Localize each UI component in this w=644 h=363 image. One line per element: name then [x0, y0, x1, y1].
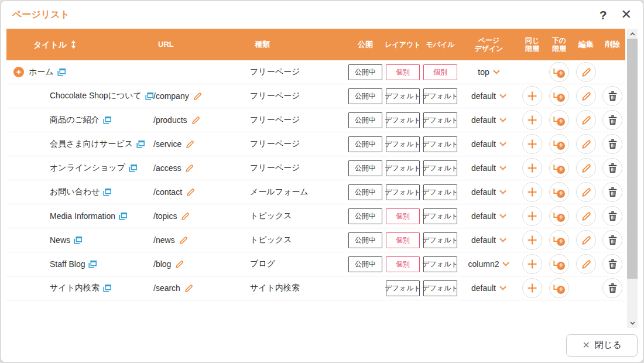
url-edit-pencil-icon[interactable]	[191, 116, 200, 125]
preview-window-icon[interactable]	[74, 237, 82, 244]
publish-status-button[interactable]: 公開中	[348, 160, 382, 176]
publish-status-button[interactable]: 公開中	[348, 64, 382, 80]
help-icon[interactable]: ?	[600, 9, 607, 21]
publish-status-button[interactable]: 公開中	[348, 136, 382, 152]
layout-status-button[interactable]: デフォルト	[386, 136, 420, 152]
url-edit-pencil-icon[interactable]	[193, 92, 202, 101]
delete-button[interactable]	[602, 206, 622, 226]
delete-button[interactable]	[602, 86, 622, 106]
layout-status-button[interactable]: 個別	[386, 256, 420, 272]
add-below-level-button[interactable]: L+	[549, 62, 569, 82]
mobile-status-button[interactable]: 個別	[423, 64, 457, 80]
mobile-status-button[interactable]: デフォルト	[423, 184, 457, 200]
publish-status-button[interactable]: 公開中	[348, 184, 382, 200]
preview-window-icon[interactable]	[57, 69, 66, 76]
edit-button[interactable]	[576, 134, 596, 154]
publish-status-button[interactable]: 公開中	[348, 232, 382, 248]
delete-button[interactable]	[602, 278, 622, 298]
page-design-dropdown[interactable]: default	[471, 235, 506, 245]
page-design-dropdown[interactable]: default	[471, 283, 506, 293]
edit-button[interactable]	[576, 86, 596, 106]
add-same-level-button[interactable]	[522, 182, 542, 202]
scrollbar-thumb[interactable]	[627, 39, 638, 279]
mobile-status-button[interactable]: デフォルト	[423, 160, 457, 176]
edit-button[interactable]	[576, 182, 596, 202]
publish-status-button[interactable]: 公開中	[348, 112, 382, 128]
page-design-dropdown[interactable]: default	[471, 187, 506, 197]
page-design-dropdown[interactable]: default	[471, 115, 506, 125]
add-below-level-button[interactable]: L+	[549, 182, 569, 202]
mobile-status-button[interactable]: デフォルト	[423, 232, 457, 248]
url-edit-pencil-icon[interactable]	[181, 212, 190, 221]
delete-button[interactable]	[602, 182, 622, 202]
delete-button[interactable]	[602, 158, 622, 178]
add-same-level-button[interactable]	[522, 86, 542, 106]
add-same-level-button[interactable]	[522, 230, 542, 250]
close-icon[interactable]: ✕	[621, 8, 632, 21]
preview-window-icon[interactable]	[103, 189, 111, 196]
add-same-level-button[interactable]	[522, 158, 542, 178]
preview-window-icon[interactable]	[145, 93, 153, 100]
url-edit-pencil-icon[interactable]	[179, 236, 188, 245]
add-same-level-button[interactable]	[522, 254, 542, 274]
scroll-down-button[interactable]	[627, 318, 638, 328]
preview-window-icon[interactable]	[103, 117, 111, 124]
add-same-level-button[interactable]	[522, 278, 542, 298]
add-below-level-button[interactable]: L+	[549, 254, 569, 274]
layout-status-button[interactable]: デフォルト	[386, 112, 420, 128]
delete-button[interactable]	[602, 134, 622, 154]
layout-status-button[interactable]: デフォルト	[386, 88, 420, 104]
add-below-level-button[interactable]: L+	[549, 86, 569, 106]
expand-toggle-icon[interactable]: +	[13, 67, 24, 77]
mobile-status-button[interactable]: デフォルト	[423, 256, 457, 272]
edit-button[interactable]	[576, 254, 596, 274]
add-same-level-button[interactable]	[522, 206, 542, 226]
layout-status-button[interactable]: 個別	[386, 64, 420, 80]
preview-window-icon[interactable]	[136, 141, 145, 148]
page-design-dropdown[interactable]: top	[478, 67, 499, 77]
add-below-level-button[interactable]: L+	[549, 206, 569, 226]
add-same-level-button[interactable]	[522, 110, 542, 130]
mobile-status-button[interactable]: デフォルト	[423, 136, 457, 152]
edit-button[interactable]	[576, 206, 596, 226]
layout-status-button[interactable]: デフォルト	[386, 184, 420, 200]
scroll-up-button[interactable]	[627, 29, 638, 39]
layout-status-button[interactable]: 個別	[386, 232, 420, 248]
layout-status-button[interactable]: 個別	[386, 208, 420, 224]
page-design-dropdown[interactable]: default	[471, 163, 506, 173]
header-title[interactable]: タイトル	[24, 40, 153, 50]
url-edit-pencil-icon[interactable]	[185, 164, 194, 173]
delete-button[interactable]	[602, 254, 622, 274]
publish-status-button[interactable]: 公開中	[348, 208, 382, 224]
scrollbar-track[interactable]	[627, 39, 638, 318]
mobile-status-button[interactable]: デフォルト	[423, 280, 457, 296]
add-same-level-button[interactable]	[522, 134, 542, 154]
add-below-level-button[interactable]: L+	[549, 158, 569, 178]
delete-button[interactable]	[602, 230, 622, 250]
add-below-level-button[interactable]: L+	[549, 134, 569, 154]
mobile-status-button[interactable]: デフォルト	[423, 88, 457, 104]
layout-status-button[interactable]: デフォルト	[386, 280, 420, 296]
url-edit-pencil-icon[interactable]	[184, 284, 193, 293]
edit-button[interactable]	[576, 230, 596, 250]
page-design-dropdown[interactable]: default	[471, 139, 506, 149]
page-design-dropdown[interactable]: default	[471, 211, 506, 221]
page-design-dropdown[interactable]: column2	[468, 259, 510, 269]
preview-window-icon[interactable]	[103, 285, 111, 292]
vertical-scrollbar[interactable]	[627, 29, 638, 328]
publish-status-button[interactable]: 公開中	[348, 256, 382, 272]
add-below-level-button[interactable]: L+	[549, 110, 569, 130]
add-below-level-button[interactable]: L+	[549, 278, 569, 298]
close-button[interactable]: ✕ 閉じる	[566, 334, 638, 357]
preview-window-icon[interactable]	[119, 213, 127, 220]
delete-button[interactable]	[602, 110, 622, 130]
edit-button[interactable]	[576, 62, 596, 82]
preview-window-icon[interactable]	[88, 261, 97, 268]
url-edit-pencil-icon[interactable]	[186, 140, 194, 149]
mobile-status-button[interactable]: デフォルト	[423, 112, 457, 128]
mobile-status-button[interactable]: デフォルト	[423, 208, 457, 224]
add-below-level-button[interactable]: L+	[549, 230, 569, 250]
edit-button[interactable]	[576, 110, 596, 130]
sort-icon[interactable]	[71, 40, 76, 49]
publish-status-button[interactable]: 公開中	[348, 88, 382, 104]
